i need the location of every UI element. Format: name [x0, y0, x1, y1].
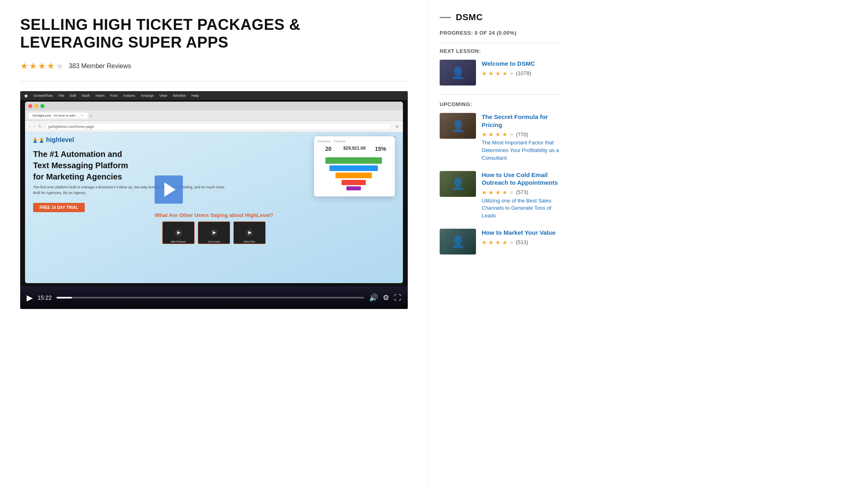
progress-label: PROGRESS: 0 OF 24 (0.00%): [440, 30, 516, 36]
lesson-info-secret: The Secret Formula for Pricing ★ ★ ★ ★ ★…: [482, 113, 562, 162]
lesson-card-cold-email: 👤 How to Use Cold Email Outreach to Appo…: [440, 171, 562, 220]
window-close-dot[interactable]: [28, 104, 32, 108]
hl-free-trial-button[interactable]: FREE 14 DAY TRIAL: [33, 203, 85, 212]
refresh-icon[interactable]: ↻: [38, 124, 42, 129]
lesson-card-welcome: 👤 Welcome to DSMC ★ ★ ★ ★ ★ (1078): [440, 60, 562, 86]
star-1: ★: [20, 61, 28, 71]
browser-tab[interactable]: GoHighLevel - It's time to take ... ✕: [28, 113, 88, 119]
ls2-s1: ★: [482, 131, 487, 138]
ls3-s4: ★: [502, 189, 507, 196]
video-player[interactable]: ◆ ScreenFlow File Edit Mark Insert Font …: [20, 91, 408, 309]
ls3-s5: ★: [509, 189, 514, 196]
star-3: ★: [38, 61, 46, 71]
sf-mark: Mark: [82, 94, 90, 98]
new-tab-icon[interactable]: +: [90, 113, 93, 119]
next-lesson-label: NEXT LESSON:: [440, 48, 562, 54]
lesson-thumb-welcome: 👤: [440, 60, 476, 86]
sf-file: File: [59, 94, 65, 98]
tab-close-icon[interactable]: ✕: [81, 114, 84, 117]
upcoming-divider: [440, 94, 562, 95]
ls1-s3: ★: [495, 70, 501, 77]
window-maximize-dot[interactable]: [40, 104, 44, 108]
lesson-thumb-cold-email: 👤: [440, 171, 476, 197]
lesson-stars-welcome: ★ ★ ★ ★ ★ (1078): [482, 70, 562, 77]
dashboard-tab-2: Pipeline: [334, 140, 345, 143]
settings-button[interactable]: ⚙: [383, 293, 389, 302]
content-divider: [20, 81, 408, 81]
ls3-s3: ★: [495, 189, 501, 196]
bookmark-icon[interactable]: ★: [395, 124, 399, 129]
ls1-s2: ★: [489, 70, 494, 77]
browser-window-bar: [25, 102, 403, 111]
testimonial-3[interactable]: Rahul Alim: [233, 221, 266, 244]
sf-actions: Actions: [123, 94, 135, 98]
play-button[interactable]: ▶: [27, 293, 33, 302]
ls3-count: (573): [516, 189, 528, 195]
svg-rect-3: [342, 180, 366, 185]
video-play-overlay[interactable]: [155, 175, 183, 204]
ls4-s3: ★: [495, 239, 501, 246]
lesson-info-cold-email: How to Use Cold Email Outreach to Appoin…: [482, 171, 562, 220]
ls3-s2: ★: [489, 189, 494, 196]
ls4-s1: ★: [482, 239, 487, 246]
ls1-s1: ★: [482, 70, 487, 77]
star-4: ★: [47, 61, 55, 71]
lesson-title-welcome[interactable]: Welcome to DSMC: [482, 60, 562, 68]
ls4-s2: ★: [489, 239, 494, 246]
lesson-title-cold-email[interactable]: How to Use Cold Email Outreach to Appoin…: [482, 171, 562, 187]
svg-rect-0: [325, 157, 382, 164]
progress-divider: [440, 43, 562, 43]
video-timestamp: 15:22: [38, 294, 52, 301]
testimonial-1-name: Matt Peterson: [163, 240, 194, 243]
url-input[interactable]: gohighlevel.com/home-page: [45, 123, 392, 130]
testimonial-2[interactable]: Joel Cowen: [198, 221, 230, 244]
brand-name: DSMC: [456, 12, 483, 23]
volume-button[interactable]: 🔊: [369, 293, 378, 302]
ls3-s1: ★: [482, 189, 487, 196]
forward-icon[interactable]: ›: [34, 124, 35, 129]
testimonial-1[interactable]: Matt Peterson: [162, 221, 195, 244]
lesson-info-welcome: Welcome to DSMC ★ ★ ★ ★ ★ (1078): [482, 60, 562, 86]
ls4-s5: ★: [509, 239, 514, 246]
lesson-info-market-value: How to Market Your Value ★ ★ ★ ★ ★ (513): [482, 229, 562, 255]
play-triangle-icon: [164, 182, 176, 197]
lesson-card-secret-formula: 👤 The Secret Formula for Pricing ★ ★ ★ ★…: [440, 113, 562, 162]
sf-window: Window: [173, 94, 186, 98]
progress-section: PROGRESS: 0 OF 24 (0.00%): [440, 29, 562, 36]
lesson-desc-secret: The Most Important Factor that Determine…: [482, 139, 562, 162]
person-icon-1: 👤: [440, 60, 476, 86]
main-content: SELLING HIGH TICKET PACKAGES & LEVERAGIN…: [0, 0, 428, 484]
apple-icon: ◆: [24, 93, 28, 98]
video-controls: ▶ 15:22 🔊 ⚙ ⛶: [20, 286, 408, 309]
lesson-title-market-value[interactable]: How to Market Your Value: [482, 229, 562, 237]
fullscreen-button[interactable]: ⛶: [394, 294, 401, 302]
sf-font: Font: [110, 94, 117, 98]
sf-insert: Insert: [96, 94, 105, 98]
lesson-title-secret[interactable]: The Secret Formula for Pricing: [482, 113, 562, 129]
ls1-s4: ★: [502, 70, 507, 77]
lesson-stars-cold-email: ★ ★ ★ ★ ★ (573): [482, 189, 562, 196]
back-icon[interactable]: ‹: [29, 124, 30, 129]
sf-view: View: [159, 94, 167, 98]
browser-tab-bar: GoHighLevel - It's time to take ... ✕ +: [25, 111, 403, 121]
hl-sub-text: The first ever platform built to manage …: [33, 185, 232, 196]
testimonial-3-name: Rahul Alim: [234, 240, 265, 243]
rating-stars: ★ ★ ★ ★ ★: [20, 61, 64, 71]
svg-rect-2: [335, 173, 372, 178]
funnel-chart: [317, 155, 390, 192]
svg-rect-1: [329, 165, 378, 171]
person-icon-4: 👤: [440, 229, 476, 255]
ls2-s2: ★: [489, 131, 494, 138]
stat-number-1: 20: [317, 146, 339, 152]
ls4-s4: ★: [502, 239, 507, 246]
ls2-s3: ★: [495, 131, 501, 138]
hl-main-heading: The #1 Automation and Text Messaging Pla…: [33, 148, 232, 182]
url-text: gohighlevel.com/home-page: [48, 125, 94, 129]
sf-edit: Edit: [70, 94, 76, 98]
reviews-row: ★ ★ ★ ★ ★ 383 Member Reviews: [20, 61, 408, 71]
hl-logo-text: highlevel: [46, 136, 74, 144]
video-progress-bar[interactable]: [57, 297, 364, 298]
window-minimize-dot[interactable]: [34, 104, 38, 108]
ls1-s5: ★: [509, 70, 514, 77]
progress-fill: [57, 297, 72, 298]
